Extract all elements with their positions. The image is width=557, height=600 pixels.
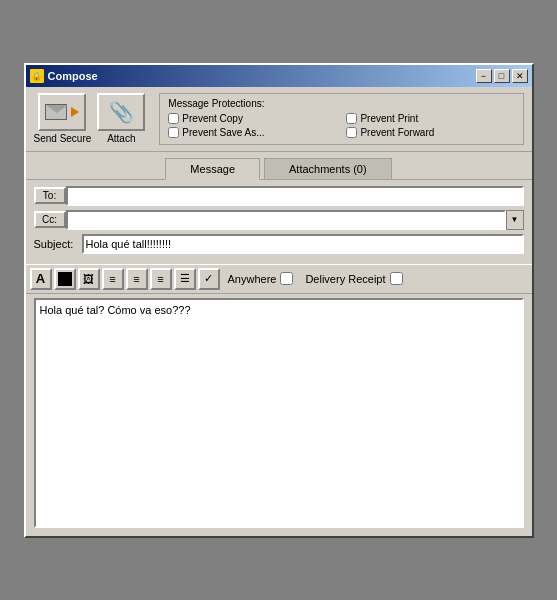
- list-icon: ☰: [180, 272, 190, 285]
- message-body[interactable]: Hola qué tal? Cómo va eso???: [34, 298, 524, 528]
- tab-message[interactable]: Message: [165, 158, 260, 180]
- cc-input[interactable]: [66, 210, 506, 230]
- align-left-button[interactable]: ≡: [102, 268, 124, 290]
- align-right-icon: ≡: [157, 273, 163, 285]
- prevent-forward-checkbox[interactable]: [346, 127, 357, 138]
- align-right-button[interactable]: ≡: [150, 268, 172, 290]
- anywhere-section: Anywhere: [228, 272, 294, 285]
- compose-window: 🔒 Compose − □ ✕ Send Secure: [24, 63, 534, 538]
- window-title: Compose: [48, 70, 98, 82]
- prevent-print-item: Prevent Print: [346, 113, 514, 124]
- attach-icon: 📎: [97, 93, 145, 131]
- chevron-down-icon: ▼: [511, 215, 519, 224]
- prevent-copy-checkbox[interactable]: [168, 113, 179, 124]
- window-controls: − □ ✕: [476, 69, 528, 83]
- maximize-button[interactable]: □: [494, 69, 510, 83]
- to-label-wrapper: To:: [34, 187, 66, 204]
- prevent-copy-item: Prevent Copy: [168, 113, 336, 124]
- protections-box: Message Protections: Prevent Copy Preven…: [159, 93, 523, 145]
- prevent-print-label: Prevent Print: [360, 113, 418, 124]
- toolbar-buttons: Send Secure 📎 Attach: [34, 93, 146, 144]
- cc-label-wrapper: Cc:: [34, 211, 66, 228]
- prevent-save-checkbox[interactable]: [168, 127, 179, 138]
- color-icon: [58, 272, 72, 286]
- prevent-save-label: Prevent Save As...: [182, 127, 264, 138]
- image-button[interactable]: 🖼: [78, 268, 100, 290]
- spell-button[interactable]: ✓: [198, 268, 220, 290]
- to-label: To:: [43, 190, 56, 201]
- arrow-icon: [71, 107, 79, 117]
- delivery-checkbox[interactable]: [390, 272, 403, 285]
- paperclip-icon: 📎: [109, 100, 134, 124]
- formatting-bar: A 🖼 ≡ ≡ ≡ ☰ ✓ Anywhere Delivery Receipt: [26, 264, 532, 294]
- list-button[interactable]: ☰: [174, 268, 196, 290]
- cc-label: Cc:: [42, 214, 57, 225]
- to-input[interactable]: [66, 186, 524, 206]
- send-secure-label: Send Secure: [34, 133, 92, 144]
- subject-label: Subject:: [34, 238, 82, 250]
- to-row: To:: [34, 186, 524, 206]
- spell-icon: ✓: [204, 272, 213, 285]
- cc-button[interactable]: Cc:: [34, 211, 66, 228]
- align-left-icon: ≡: [109, 273, 115, 285]
- close-button[interactable]: ✕: [512, 69, 528, 83]
- tab-attachments[interactable]: Attachments (0): [264, 158, 392, 179]
- tab-message-label: Message: [190, 163, 235, 175]
- minimize-button[interactable]: −: [476, 69, 492, 83]
- color-button[interactable]: [54, 268, 76, 290]
- tab-attachments-label: Attachments (0): [289, 163, 367, 175]
- image-icon: 🖼: [83, 273, 94, 285]
- title-bar: 🔒 Compose − □ ✕: [26, 65, 532, 87]
- prevent-save-item: Prevent Save As...: [168, 127, 336, 138]
- form-area: To: Cc: ▼ Subject:: [26, 180, 532, 264]
- send-secure-button[interactable]: Send Secure: [34, 93, 92, 144]
- tabs-area: Message Attachments (0): [26, 152, 532, 180]
- cc-row: Cc: ▼: [34, 210, 524, 230]
- font-icon: A: [36, 271, 45, 286]
- message-content: Hola qué tal? Cómo va eso???: [40, 304, 518, 316]
- prevent-print-checkbox[interactable]: [346, 113, 357, 124]
- prevent-copy-label: Prevent Copy: [182, 113, 243, 124]
- align-center-button[interactable]: ≡: [126, 268, 148, 290]
- prevent-forward-label: Prevent Forward: [360, 127, 434, 138]
- app-icon: 🔒: [30, 69, 44, 83]
- delivery-label: Delivery Receipt: [305, 273, 385, 285]
- font-button[interactable]: A: [30, 268, 52, 290]
- protections-title: Message Protections:: [168, 98, 514, 109]
- title-bar-left: 🔒 Compose: [30, 69, 98, 83]
- to-button[interactable]: To:: [34, 187, 66, 204]
- send-secure-graphic: [45, 104, 79, 120]
- anywhere-checkbox[interactable]: [280, 272, 293, 285]
- prevent-forward-item: Prevent Forward: [346, 127, 514, 138]
- toolbar: Send Secure 📎 Attach Message Protections…: [26, 87, 532, 152]
- attach-label: Attach: [107, 133, 135, 144]
- envelope-icon: [45, 104, 67, 120]
- delivery-section: Delivery Receipt: [305, 272, 402, 285]
- cc-input-wrapper: ▼: [66, 210, 524, 230]
- align-center-icon: ≡: [133, 273, 139, 285]
- subject-row: Subject:: [34, 234, 524, 254]
- subject-input[interactable]: [82, 234, 524, 254]
- send-secure-icon: [38, 93, 86, 131]
- anywhere-label: Anywhere: [228, 273, 277, 285]
- cc-dropdown-button[interactable]: ▼: [506, 210, 524, 230]
- protections-grid: Prevent Copy Prevent Print Prevent Save …: [168, 113, 514, 138]
- attach-button[interactable]: 📎 Attach: [97, 93, 145, 144]
